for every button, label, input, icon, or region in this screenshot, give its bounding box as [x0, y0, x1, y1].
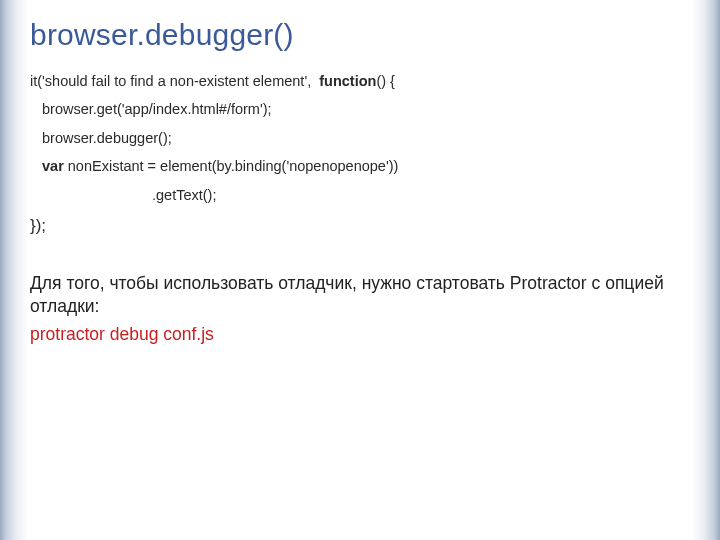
code-close: }); [30, 216, 690, 236]
code-line: .getText(); [30, 184, 690, 206]
code-text: () { [376, 73, 395, 89]
description-text: Для того, чтобы использовать отладчик, н… [30, 272, 690, 318]
slide-title: browser.debugger() [30, 18, 690, 52]
code-line: browser.get('app/index.html#/form'); [30, 98, 690, 120]
code-block: it('should fail to find a non-existent e… [30, 70, 690, 206]
code-line: var nonExistant = element(by.binding('no… [30, 155, 690, 177]
code-text: nonExistant = element(by.binding('nopeno… [64, 158, 399, 174]
code-line: browser.debugger(); [30, 127, 690, 149]
keyword-function: function [319, 73, 376, 89]
code-line: it('should fail to find a non-existent e… [30, 70, 690, 92]
keyword-var: var [42, 158, 64, 174]
code-text: it('should fail to find a non-existent e… [30, 73, 319, 89]
slide: browser.debugger() it('should fail to fi… [0, 0, 720, 540]
command-text: protractor debug conf.js [30, 324, 690, 345]
